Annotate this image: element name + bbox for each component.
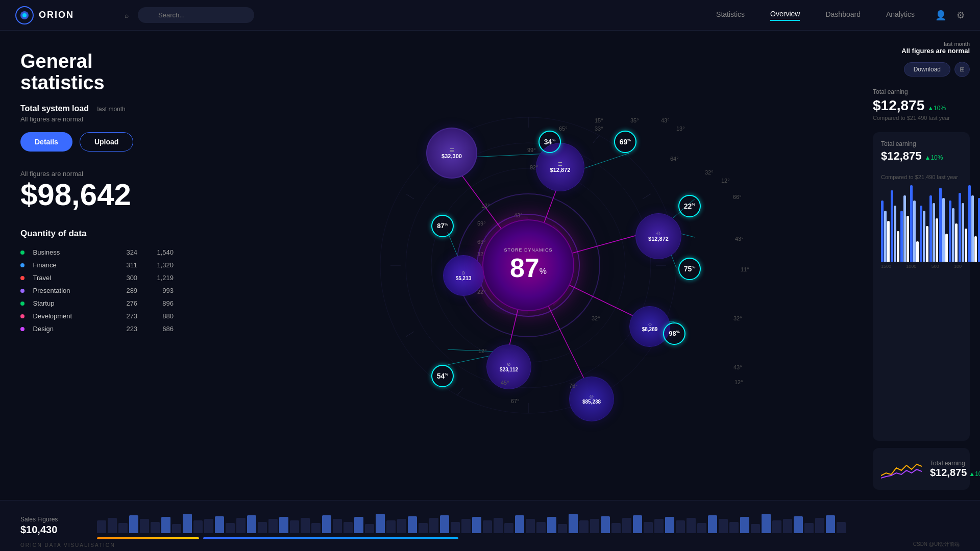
bar-item <box>894 206 896 262</box>
svg-line-9 <box>593 135 600 143</box>
details-button[interactable]: Details <box>20 132 72 152</box>
node-32300[interactable]: ☰ $32,300 <box>426 128 477 179</box>
bottom-bar-item <box>258 522 267 533</box>
bottom-bar-item <box>461 519 471 533</box>
label-63: 63° <box>477 239 486 245</box>
category-dot <box>20 310 29 322</box>
ring-87[interactable]: 87% <box>431 215 454 237</box>
download-button[interactable]: Download <box>904 62 950 77</box>
nav-overview[interactable]: Overview <box>770 10 800 21</box>
node-5213-value: $5,213 <box>456 276 472 281</box>
label-65: 65° <box>559 126 568 132</box>
center-percent: % <box>540 267 547 276</box>
category-value: 1,540 <box>137 246 174 259</box>
bottom-bar-item <box>408 516 417 533</box>
bottom-bar-item <box>161 517 170 533</box>
bottom-bar-item <box>837 522 846 533</box>
bar-group <box>920 206 928 262</box>
category-name: Development <box>29 310 108 322</box>
bottom-bars <box>97 513 960 533</box>
category-dot <box>20 259 29 271</box>
bottom-bar-item <box>215 516 224 533</box>
ring-98[interactable]: 98% <box>663 322 685 345</box>
node-12872-top-value: $12,872 <box>550 167 571 173</box>
ring-22[interactable]: 22% <box>678 195 701 217</box>
quantity-row: Development 273 880 <box>20 310 174 322</box>
filter-button[interactable]: ⊞ <box>954 62 970 77</box>
card2-value-row: $12,875 ▲10% <box>930 467 980 479</box>
bar-item <box>968 185 971 262</box>
search-wrapper: ⌕ <box>117 7 322 23</box>
bar-item <box>955 223 958 262</box>
category-name: Travel <box>29 271 108 284</box>
label-43mid: 43° <box>514 212 523 218</box>
bottom-bar-item <box>290 520 299 533</box>
bottom-bar-item <box>729 522 739 533</box>
line-chart-info: Total earning $12,875 ▲10% <box>930 460 980 479</box>
bottom-bar-item <box>547 517 556 533</box>
bottom-bar-item <box>762 514 771 533</box>
card1-value: $12,875 <box>881 149 922 163</box>
node-12872-right[interactable]: ◎ $12,872 <box>635 213 681 259</box>
quantity-row: Business 324 1,540 <box>20 246 174 259</box>
node-23112-value: $23,112 <box>500 367 518 372</box>
header: ORION ⌕ Statistics Overview Dashboard An… <box>0 0 980 31</box>
upload-button[interactable]: Upload <box>80 132 133 152</box>
label-64: 64° <box>670 156 679 162</box>
bar-group <box>900 195 909 262</box>
bottom-bar-item <box>97 520 106 533</box>
card2-value: $12,875 <box>930 467 967 479</box>
chart-card-1: Total earning $12,875 ▲10% Compared to $… <box>873 132 970 441</box>
right-last-month: last month <box>873 41 970 47</box>
main-nav: Statistics Overview Dashboard Analytics <box>716 10 915 21</box>
ring-69[interactable]: 69% <box>614 131 636 153</box>
bottom-bar-item <box>108 518 117 533</box>
quantity-row: Presentation 289 993 <box>20 284 174 297</box>
download-row: Download ⊞ <box>873 62 970 77</box>
bottom-bar-item <box>526 519 535 533</box>
quantity-section: Quantity of data Business 324 1,540 Fina… <box>20 229 174 335</box>
bar-chart <box>881 185 962 262</box>
category-value: 686 <box>137 322 174 335</box>
node-8289[interactable]: ◇ $8,289 <box>629 306 670 347</box>
earning-change-top: ▲10% <box>927 105 946 112</box>
category-dot <box>20 297 29 310</box>
ring-75[interactable]: 75% <box>678 258 701 280</box>
bar-item <box>891 190 893 262</box>
logo-icon <box>15 6 34 24</box>
bar-item <box>923 211 925 262</box>
bar-group <box>939 188 948 262</box>
bottom-bar-item <box>622 518 631 533</box>
bottom-bar-item <box>633 515 642 533</box>
bar-group <box>881 201 890 262</box>
category-count: 223 <box>107 322 137 335</box>
sales-label: Sales Figures <box>20 516 82 523</box>
bottom-bar-item <box>590 519 599 533</box>
bar-item <box>959 193 961 262</box>
last-month-label: last month <box>97 106 125 113</box>
bottom-bar-item <box>140 519 149 533</box>
main-content: General statistics Total system load las… <box>0 31 980 500</box>
bar-item <box>887 221 890 262</box>
category-dot <box>20 284 29 297</box>
ring-34[interactable]: 34% <box>538 131 561 153</box>
ring-54[interactable]: 54% <box>431 365 454 387</box>
line-chart-svg <box>881 455 922 481</box>
bottom-bar-item <box>236 518 246 533</box>
user-icon[interactable]: 👤 <box>935 10 946 21</box>
card2-label: Total earning <box>930 460 980 467</box>
nav-analytics[interactable]: Analytics <box>886 10 915 20</box>
bar-item <box>906 216 909 262</box>
progress-bars <box>97 537 960 539</box>
search-input[interactable] <box>138 7 254 23</box>
bottom-bar-item <box>279 517 288 533</box>
bottom-bar-item <box>322 515 331 533</box>
bottom-bar-item <box>472 517 481 533</box>
bottom-bar-item <box>826 515 835 533</box>
bar-item <box>942 198 945 262</box>
nav-statistics[interactable]: Statistics <box>716 10 745 20</box>
earning-compare-top: Compared to $21,490 last year <box>873 115 970 121</box>
settings-icon[interactable]: ⚙ <box>957 10 965 21</box>
nav-dashboard[interactable]: Dashboard <box>825 10 861 20</box>
earning-summary: Total earning $12,875 ▲10% Compared to $… <box>873 84 970 125</box>
